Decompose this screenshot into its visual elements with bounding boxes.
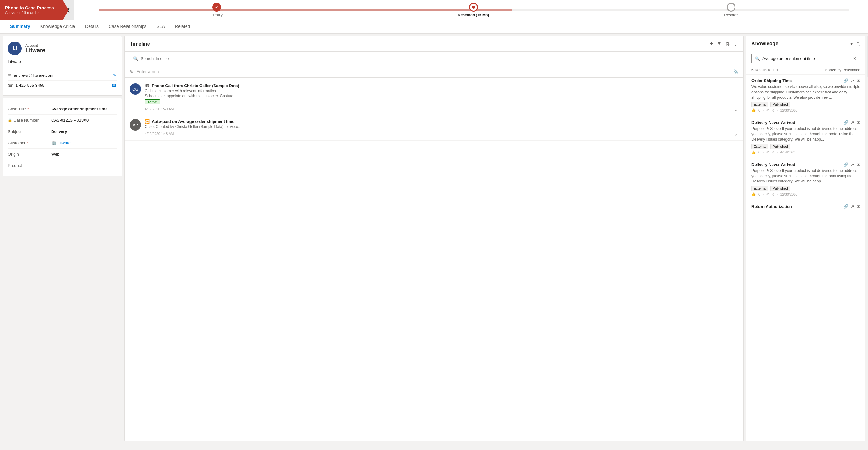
knowledge-results-header: 6 Results found Sorted by Relevance — [746, 66, 865, 75]
main-layout: Li Account Litware Litware ✉ andrewr@lit… — [0, 34, 868, 443]
k1-email-icon[interactable]: ✉ — [857, 78, 860, 83]
field-row-subject: Subject Delivery — [8, 126, 117, 137]
timeline-search-input[interactable] — [141, 56, 735, 61]
search-icon: 🔍 — [133, 56, 138, 61]
middle-panel: Timeline + ▼ ⇅ ⋮ 🔍 ✎ Enter a note... 📎 — [124, 36, 744, 441]
timeline-content-1: ☎ Phone Call from Christa Geller (Sample… — [145, 83, 738, 113]
account-label: Account — [25, 44, 45, 47]
knowledge-item-3-header: Delivery Never Arrived 🔗 ↗ ✉ — [751, 162, 860, 167]
k1-link-icon[interactable]: 🔗 — [843, 78, 848, 83]
compose-email-icon[interactable]: ✎ — [113, 73, 117, 78]
field-label-product: Product — [8, 163, 49, 168]
field-row-product: Product --- — [8, 160, 117, 171]
timeline-item-2-desc: Case: Created by Christa Geller (Sample … — [145, 124, 738, 129]
k2-share-icon[interactable]: ↗ — [851, 120, 854, 125]
timeline-filter-button[interactable]: ▼ — [717, 41, 722, 47]
k2-link-icon[interactable]: 🔗 — [843, 120, 848, 125]
knowledge-item-1-title[interactable]: Order Shipping Time — [751, 78, 792, 83]
k3-email-icon[interactable]: ✉ — [857, 162, 860, 167]
call-icon[interactable]: ☎ — [112, 83, 117, 88]
timeline-more-button[interactable]: ⋮ — [733, 41, 738, 47]
timeline-sort-button[interactable]: ⇅ — [725, 41, 730, 47]
knowledge-search-clear-button[interactable]: ✕ — [853, 56, 857, 61]
timeline-card: Timeline + ▼ ⇅ ⋮ 🔍 ✎ Enter a note... 📎 — [124, 36, 744, 441]
timeline-content-2: 🔁 Auto-post on Average order shipment ti… — [145, 119, 738, 137]
timeline-avatar-1: CG — [130, 83, 141, 95]
knowledge-sort-icon[interactable]: ⇅ — [857, 41, 860, 46]
account-name: Litware — [25, 47, 45, 54]
step-circle-identify: ✓ — [212, 3, 221, 11]
field-value-origin[interactable]: Web — [51, 152, 117, 157]
right-panel: Knowledge ▼ ⇅ 🔍 ✕ 6 Results found Sorted… — [746, 36, 866, 441]
email-value: andrewr@litware.com — [14, 73, 53, 78]
chevron-down-icon-2[interactable]: ⌄ — [734, 130, 738, 137]
knowledge-item-4-actions: 🔗 ↗ ✉ — [843, 204, 860, 209]
chevron-down-icon-1[interactable]: ⌄ — [734, 106, 738, 113]
timeline-item-1-title: Phone Call from Christa Geller (Sample D… — [152, 83, 239, 88]
step-label-research: Research (16 Mo) — [458, 13, 489, 17]
knowledge-item-3-title[interactable]: Delivery Never Arrived — [751, 162, 795, 167]
check-icon: ✓ — [215, 5, 219, 10]
field-value-customer[interactable]: 🏢 Litware — [51, 141, 117, 145]
k4-link-icon[interactable]: 🔗 — [843, 204, 848, 209]
case-fields-card: Case Title * Average order shipment time… — [2, 98, 122, 176]
avatar: Li — [8, 41, 22, 55]
field-value-subject[interactable]: Delivery — [51, 129, 117, 134]
knowledge-item-2-header: Delivery Never Arrived 🔗 ↗ ✉ — [751, 120, 860, 125]
tag-external-1: External — [751, 102, 769, 107]
k2-email-icon[interactable]: ✉ — [857, 120, 860, 125]
k4-email-icon[interactable]: ✉ — [857, 204, 860, 209]
k4-share-icon[interactable]: ↗ — [851, 204, 854, 209]
k2-likes: 0 — [758, 150, 760, 154]
timeline-item-2-date: 4/12/2020 1:48 AM ⌄ — [145, 130, 738, 137]
timeline-actions: + ▼ ⇅ ⋮ — [710, 41, 738, 47]
knowledge-item-2-title[interactable]: Delivery Never Arrived — [751, 120, 795, 125]
tab-knowledge-article[interactable]: Knowledge Article — [35, 20, 80, 33]
k2-views: 0 — [772, 150, 774, 154]
k1-date: 12/30/2020 — [780, 109, 797, 112]
process-step-resolve[interactable]: Resolve — [724, 3, 738, 17]
field-label-case-title: Case Title * — [8, 107, 49, 111]
process-steps: ✓ Identify Research (16 Mo) Resolve — [81, 3, 868, 17]
knowledge-items: Order Shipping Time 🔗 ↗ ✉ We value custo… — [746, 75, 865, 441]
k3-share-icon[interactable]: ↗ — [851, 162, 854, 167]
tag-external-2: External — [751, 144, 769, 149]
contact-phone-row: ☎ 1-425-555-3455 ☎ — [8, 80, 117, 90]
knowledge-search-input[interactable] — [763, 56, 850, 61]
contact-email-row: ✉ andrewr@litware.com ✎ — [8, 70, 117, 80]
knowledge-item-4-title[interactable]: Return Authorization — [751, 204, 792, 209]
required-star-customer: * — [27, 141, 28, 145]
knowledge-filter-icon[interactable]: ▼ — [849, 41, 854, 46]
k3-link-icon[interactable]: 🔗 — [843, 162, 848, 167]
note-attach-icon[interactable]: 📎 — [733, 69, 738, 74]
process-subtitle: Active for 16 months — [5, 10, 58, 15]
contact-phone-actions: ☎ — [112, 83, 117, 88]
timeline-item-2: AP 🔁 Auto-post on Average order shipment… — [125, 116, 743, 141]
lock-icon: 🔒 — [8, 118, 12, 122]
field-value-product[interactable]: --- — [51, 163, 117, 168]
tab-related[interactable]: Related — [170, 20, 195, 33]
note-placeholder[interactable]: Enter a note... — [136, 69, 730, 74]
knowledge-search-box: 🔍 ✕ — [751, 54, 860, 63]
knowledge-item-4: Return Authorization 🔗 ↗ ✉ — [746, 200, 865, 214]
phone-icon: ☎ — [8, 83, 13, 88]
step-label-identify: Identify — [210, 13, 223, 17]
knowledge-item-1-meta: 👍 0 · 👁 0 · 12/30/2020 — [751, 108, 860, 112]
knowledge-panel: Knowledge ▼ ⇅ 🔍 ✕ 6 Results found Sorted… — [746, 36, 866, 441]
tab-details[interactable]: Details — [80, 20, 104, 33]
phone-call-icon: ☎ — [145, 83, 150, 88]
account-card: Li Account Litware Litware ✉ andrewr@lit… — [2, 36, 122, 95]
knowledge-item-1-desc: We value customer service above all else… — [751, 84, 860, 100]
tab-case-relationships[interactable]: Case Relationships — [104, 20, 152, 33]
tab-summary[interactable]: Summary — [5, 20, 35, 33]
tab-sla[interactable]: SLA — [152, 20, 170, 33]
process-badge: Phone to Case Process Active for 16 mont… — [0, 0, 63, 20]
process-bar: Phone to Case Process Active for 16 mont… — [0, 0, 868, 20]
timeline-add-button[interactable]: + — [710, 41, 713, 47]
field-value-case-title[interactable]: Average order shipment time — [51, 107, 117, 111]
process-step-identify[interactable]: ✓ Identify — [210, 3, 223, 17]
process-step-research[interactable]: Research (16 Mo) — [458, 3, 489, 17]
k1-share-icon[interactable]: ↗ — [851, 78, 854, 83]
k1-like-icon: 👍 — [751, 108, 756, 112]
account-info: Account Litware — [25, 44, 45, 54]
